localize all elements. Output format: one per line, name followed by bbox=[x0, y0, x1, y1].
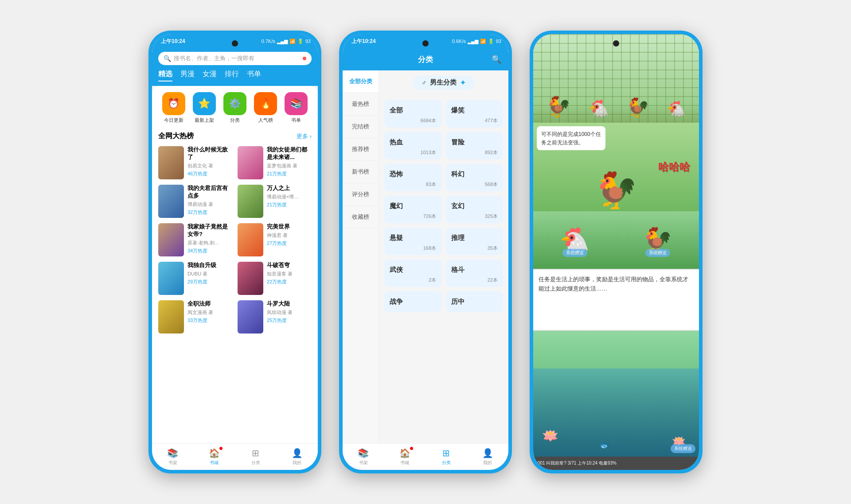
battery-icon-1: 🔋 bbox=[297, 39, 304, 44]
cat-horror-name: 恐怖 bbox=[390, 170, 436, 178]
sidebar-newbook[interactable]: 新书榜 bbox=[343, 161, 379, 183]
cat-fantasy[interactable]: 玄幻 325本 bbox=[446, 196, 503, 223]
panel-2: 可不同的是完成1000个任务之前无法变强。 哈哈哈 🐓 bbox=[533, 123, 699, 211]
top-search-icon[interactable]: 🔍 bbox=[492, 54, 501, 64]
cat-history[interactable]: 历中 bbox=[446, 291, 503, 312]
tab-booklist[interactable]: 书单 bbox=[247, 70, 261, 81]
book-title-6: 完美世界 bbox=[267, 223, 312, 231]
sidebar-all[interactable]: 全部分类 bbox=[343, 70, 379, 93]
shelf-label-2: 书架 bbox=[359, 460, 368, 466]
nav-mine-1[interactable]: 👤 我的 bbox=[277, 448, 318, 466]
icon-popular-rank[interactable]: 🔥 人气榜 bbox=[254, 92, 277, 124]
cat-funny-name: 爆笑 bbox=[451, 106, 498, 115]
search-input-wrap[interactable]: 🔍 搜书名、作者、主角，一搜即有 bbox=[158, 52, 312, 65]
book-info-6: 完美世界 神漫君 著 27万热度 bbox=[267, 223, 312, 247]
book-info-5: 我家娘子竟然是女帝? 原著·老狗,刺... 34万热度 bbox=[187, 223, 232, 254]
icon-booklist-nav[interactable]: 📚 书单 bbox=[285, 92, 308, 124]
male-label: 男生分类 bbox=[430, 78, 457, 87]
book-cover-1 bbox=[158, 146, 184, 179]
reader-info: 001 叫我前辈? 3/71 上午10:24 电量93% bbox=[538, 460, 617, 466]
nav-shelf-2[interactable]: 📚 书架 bbox=[343, 448, 384, 466]
cat-scifi[interactable]: 科幻 568本 bbox=[446, 164, 503, 191]
cat-fight-count: 22本 bbox=[451, 277, 498, 283]
cat-funny[interactable]: 爆笑 477本 bbox=[446, 100, 503, 128]
cat-adventure[interactable]: 冒险 892本 bbox=[446, 132, 503, 159]
cat-wuxia[interactable]: 武侠 2本 bbox=[384, 260, 441, 287]
cat-magic-count: 726本 bbox=[390, 213, 436, 220]
nav-mine-2[interactable]: 👤 我的 bbox=[467, 448, 509, 466]
sidebar-completed[interactable]: 完结榜 bbox=[343, 116, 379, 138]
book-author-1: 创易文化 著 bbox=[187, 163, 232, 169]
book-item-3[interactable]: 我的夫君后宫有点多 博易动漫 著 32万热度 bbox=[158, 185, 232, 218]
book-item-8[interactable]: 斗破苍穹 知音漫客 著 22万热度 bbox=[238, 262, 312, 295]
reader-content: 🐓 🐔 🐓 🐔 可不同的是完成1000个任务之前无法变强。 哈哈哈 🐓 bbox=[533, 34, 699, 457]
book-item-7[interactable]: 我独自升级 DUBU 著 29万热度 bbox=[158, 262, 232, 295]
category-layout: 全部分类 最热榜 完结榜 推荐榜 新书榜 评分榜 收藏榜 ♂ 男生分类 ✦ bbox=[343, 70, 508, 443]
phone-camera-2 bbox=[422, 40, 429, 47]
tab-male[interactable]: 男漫 bbox=[180, 70, 195, 81]
icon-daily-label: 今日更新 bbox=[164, 117, 183, 124]
cat-fantasy-name: 玄幻 bbox=[451, 202, 498, 210]
store-label: 书城 bbox=[210, 460, 219, 466]
icon-new-shelf[interactable]: ⭐ 最新上架 bbox=[193, 92, 216, 124]
icon-row: ⏰ 今日更新 ⭐ 最新上架 ⚙️ 分类 🔥 人气榜 📚 书单 bbox=[158, 92, 312, 124]
cat-mystery[interactable]: 悬疑 168本 bbox=[384, 228, 441, 255]
mine-icon: 👤 bbox=[292, 448, 303, 458]
nav-store-1[interactable]: 🏠 书城 bbox=[194, 448, 235, 466]
book-item-9[interactable]: 全职法师 阅文漫画 著 33万热度 bbox=[158, 300, 232, 333]
icon-cat-label: 分类 bbox=[230, 117, 240, 124]
store-icon-2: 🏠 bbox=[399, 448, 410, 458]
book-title-5: 我家娘子竟然是女帝? bbox=[187, 223, 232, 238]
cat-adventure-count: 892本 bbox=[451, 149, 498, 156]
sidebar-score[interactable]: 评分榜 bbox=[343, 183, 379, 206]
more-link[interactable]: 更多 › bbox=[297, 132, 312, 140]
category-grid: 全部 6684本 爆笑 477本 热血 1013本 冒险 892本 bbox=[384, 100, 503, 312]
icon-category[interactable]: ⚙️ 分类 bbox=[223, 92, 246, 124]
book-item-10[interactable]: 斗罗大陆 风炫动漫 著 25万热度 bbox=[238, 300, 312, 333]
mine-icon-2: 👤 bbox=[482, 448, 493, 458]
cat-magic[interactable]: 魔幻 726本 bbox=[384, 196, 441, 223]
book-heat-1: 46万热度 bbox=[187, 171, 232, 177]
book-info-10: 斗罗大陆 风炫动漫 著 25万热度 bbox=[267, 300, 312, 324]
book-info-8: 斗破苍穹 知音漫客 著 22万热度 bbox=[267, 262, 312, 285]
nav-category-2[interactable]: ⊞ 分类 bbox=[426, 448, 467, 466]
cat-all[interactable]: 全部 6684本 bbox=[384, 100, 441, 128]
cat-mystery-name: 悬疑 bbox=[390, 234, 436, 242]
speech-bubble-1: 可不同的是完成1000个任务之前无法变强。 bbox=[537, 126, 605, 150]
tab-rank[interactable]: 排行 bbox=[225, 70, 239, 81]
book-item-5[interactable]: 我家娘子竟然是女帝? 原著·老狗,刺... 34万热度 bbox=[158, 223, 232, 256]
category-title: 分类 bbox=[418, 54, 433, 65]
big-rooster: 🐓 bbox=[594, 171, 638, 210]
book-info-2: 我的女徒弟们都是未来诸... 蓝萝包漫画 著 21万热度 bbox=[267, 146, 312, 177]
book-item-4[interactable]: 万人之上 博易动漫×博... 21万热度 bbox=[238, 185, 312, 218]
book-title-9: 全职法师 bbox=[187, 300, 232, 308]
icon-daily-update[interactable]: ⏰ 今日更新 bbox=[162, 92, 185, 124]
sidebar-hot[interactable]: 最热榜 bbox=[343, 93, 379, 116]
book-item-1[interactable]: 我什么时候无敌了 创易文化 著 46万热度 bbox=[158, 146, 232, 179]
cat-horror[interactable]: 恐怖 83本 bbox=[384, 164, 441, 191]
cat-all-count: 6684本 bbox=[390, 117, 436, 124]
book-item-6[interactable]: 完美世界 神漫君 著 27万热度 bbox=[238, 223, 312, 256]
tab-female[interactable]: 女漫 bbox=[203, 70, 217, 81]
icon-new-label: 最新上架 bbox=[195, 117, 214, 124]
book-title-4: 万人之上 bbox=[267, 185, 312, 192]
sidebar-collect[interactable]: 收藏榜 bbox=[343, 206, 379, 229]
tab-selected[interactable]: 精选 bbox=[158, 70, 172, 81]
book-item-2[interactable]: 我的女徒弟们都是未来诸... 蓝萝包漫画 著 21万热度 bbox=[238, 146, 312, 179]
cat-action[interactable]: 热血 1013本 bbox=[384, 132, 441, 159]
cat-detective[interactable]: 推理 35本 bbox=[446, 228, 503, 255]
nav-category-1[interactable]: ⊞ 分类 bbox=[235, 448, 277, 466]
store-label-2: 书城 bbox=[400, 460, 409, 466]
book-cover-9 bbox=[158, 300, 184, 333]
sidebar-recommend[interactable]: 推荐榜 bbox=[343, 138, 379, 161]
speech-bubble-2: 任务是生活上的琐事，奖励是生活可用的物品，全靠系统才能过上如此惬意的生活…… bbox=[539, 275, 694, 294]
cat-war[interactable]: 战争 bbox=[384, 291, 441, 312]
cat-fight[interactable]: 格斗 22本 bbox=[446, 260, 503, 287]
phone-camera-3 bbox=[613, 40, 619, 47]
cat-magic-name: 魔幻 bbox=[390, 202, 436, 210]
lotus-1: 🪷 bbox=[542, 428, 558, 443]
nav-store-2[interactable]: 🏠 书城 bbox=[384, 448, 426, 466]
nav-shelf-1[interactable]: 📚 书架 bbox=[152, 448, 194, 466]
book-info-1: 我什么时候无敌了 创易文化 著 46万热度 bbox=[187, 146, 232, 177]
cat-detective-count: 35本 bbox=[451, 245, 498, 252]
